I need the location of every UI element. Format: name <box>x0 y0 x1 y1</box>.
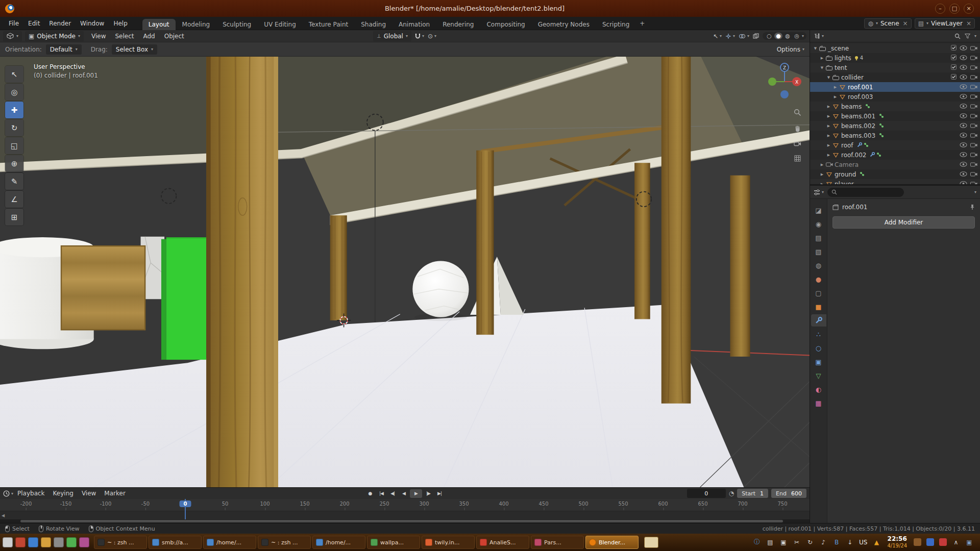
properties-tab-collection[interactable]: ▢ <box>811 287 826 299</box>
properties-tab-world[interactable]: ● <box>811 273 826 285</box>
measure-tool-button[interactable]: ∠ <box>5 191 23 208</box>
checkbox-toggle[interactable] <box>951 45 957 52</box>
properties-editor-type-button[interactable]: ▾ <box>814 189 824 195</box>
outliner-row-beams[interactable]: ▶beams <box>810 102 980 111</box>
eye-toggle[interactable] <box>960 113 967 120</box>
taskbar-window-home-2[interactable]: /home/... <box>203 536 256 549</box>
remove-viewlayer-icon[interactable]: × <box>966 20 971 27</box>
eye-toggle[interactable] <box>960 74 967 81</box>
properties-tab-view-layer[interactable]: ▧ <box>811 245 826 258</box>
expand-tray-icon[interactable]: ∧ <box>952 538 960 547</box>
gizmos-toggle[interactable]: ▾ <box>725 33 735 39</box>
camera-toggle[interactable] <box>970 113 977 120</box>
expand-arrow-icon[interactable]: ▶ <box>819 172 825 177</box>
next-keyframe-button[interactable]: |▶ <box>423 489 433 498</box>
timeline-menu-marker[interactable]: Marker <box>100 489 129 497</box>
viewlayer-selector[interactable]: ▤▾ ViewLayer × <box>915 18 975 29</box>
viewport-menu-add[interactable]: Add <box>138 32 159 41</box>
properties-tab-output[interactable]: ▤ <box>811 232 826 244</box>
3d-viewport[interactable]: User Perspective (0) collider | roof.001… <box>0 57 810 487</box>
scene-selector[interactable]: ◍▾ Scene × <box>864 18 911 29</box>
camera-toggle[interactable] <box>970 132 977 139</box>
expand-arrow-icon[interactable]: ▼ <box>819 66 825 70</box>
frame-end-field[interactable]: End 600 <box>771 489 806 498</box>
taskbar-window-wallpa-5[interactable]: wallpa... <box>367 536 420 549</box>
camera-toggle[interactable] <box>970 84 977 91</box>
timeline-track[interactable] <box>0 511 810 519</box>
outliner-row-player[interactable]: ▶player <box>810 179 980 184</box>
properties-tab-constraints[interactable]: ▣ <box>811 356 826 368</box>
tab-rendering[interactable]: Rendering <box>436 19 480 30</box>
timeline-editor-type-button[interactable]: ▾ <box>3 490 13 497</box>
timeline-ruler[interactable]: -200-150-100-500501001502002503003504004… <box>0 499 810 511</box>
scale-tool-button[interactable]: ◱ <box>5 137 23 154</box>
tab-geometry-nodes[interactable]: Geometry Nodes <box>532 19 596 30</box>
properties-tab-render[interactable]: ◉ <box>811 218 826 230</box>
camera-toggle[interactable] <box>970 103 977 110</box>
menu-render[interactable]: Render <box>44 19 76 28</box>
maximize-button[interactable]: □ <box>949 4 960 14</box>
options-dropdown[interactable]: Options ▾ <box>777 46 804 53</box>
drag-dropdown[interactable]: Select Box ▾ <box>112 44 157 55</box>
taskbar-window-twily-in-6[interactable]: twily.in... <box>422 536 475 549</box>
outliner-row-roof-003[interactable]: ▶roof.003 <box>810 92 980 102</box>
outliner-row-roof-002[interactable]: ▶roof.002 <box>810 150 980 160</box>
filter-icon[interactable] <box>965 34 970 39</box>
display-tray-icon[interactable]: ▣ <box>779 538 788 547</box>
camera-toggle[interactable] <box>970 74 977 81</box>
cursor-tool-button[interactable]: ◎ <box>5 84 23 101</box>
eye-toggle[interactable] <box>960 64 967 71</box>
eye-toggle[interactable] <box>960 84 967 91</box>
timeline-menu-playback[interactable]: Playback <box>13 489 49 497</box>
annotate-tool-button[interactable]: ✎ <box>5 173 23 190</box>
properties-tab-object[interactable]: ■ <box>811 300 826 313</box>
camera-toggle[interactable] <box>970 161 977 168</box>
outliner-row-beams-002[interactable]: ▶beams.002 <box>810 121 980 131</box>
properties-tab-modifiers[interactable] <box>811 314 826 327</box>
timeline-collapse-icon[interactable]: ◀ <box>2 513 5 518</box>
shading-wireframe-button[interactable]: ○ <box>765 33 773 39</box>
move-tool-button[interactable]: ✚ <box>5 102 23 118</box>
object-visibility-dropdown[interactable]: ↖▾ <box>713 33 722 40</box>
eye-toggle[interactable] <box>960 142 967 149</box>
taskbar-window-zsh-0[interactable]: ~ : zsh ... <box>94 536 147 549</box>
outliner-row-scene[interactable]: ▼_scene <box>810 43 980 53</box>
overlays-toggle[interactable]: ▾ <box>739 33 749 39</box>
chevron-down-icon[interactable]: ▾ <box>974 190 976 194</box>
eye-toggle[interactable] <box>960 152 967 159</box>
timeline-scrollbar-handle[interactable] <box>20 520 783 522</box>
camera-toggle[interactable] <box>970 93 977 101</box>
close-button[interactable]: × <box>964 4 974 14</box>
updates-tray-icon[interactable]: ↻ <box>806 538 814 547</box>
warning-tray-icon[interactable]: ▲ <box>872 538 880 547</box>
screenshot-tray-icon[interactable]: ✂ <box>793 538 801 547</box>
expand-arrow-icon[interactable]: ▶ <box>825 114 832 118</box>
app-blue-tray-icon[interactable] <box>926 538 934 546</box>
unlink-scene-icon[interactable]: × <box>903 20 908 27</box>
play-reverse-button[interactable]: ◀ <box>399 489 409 498</box>
expand-arrow-icon[interactable]: ▼ <box>825 76 832 80</box>
mode-dropdown[interactable]: ▣ Object Mode ▾ <box>25 31 84 41</box>
editor-type-button[interactable]: ▾ <box>3 31 22 41</box>
shading-rendered-button[interactable]: ◎ <box>793 33 801 39</box>
eye-toggle[interactable] <box>960 161 967 168</box>
tab-sculpting[interactable]: Sculpting <box>216 19 257 30</box>
camera-toggle[interactable] <box>970 142 977 149</box>
camera-toggle[interactable] <box>970 122 977 130</box>
snapping-toggle[interactable]: ▾ <box>415 33 424 39</box>
outliner-row-camera[interactable]: ▶Camera <box>810 160 980 169</box>
properties-tab-physics[interactable]: ○ <box>811 342 826 354</box>
timeline-scrollbar[interactable] <box>0 519 810 523</box>
outliner-row-collider[interactable]: ▼collider <box>810 72 980 82</box>
outliner-row-beams-001[interactable]: ▶beams.001 <box>810 111 980 121</box>
properties-tab-scene[interactable]: ◍ <box>811 259 826 271</box>
current-frame-field[interactable]: 0 <box>687 489 726 498</box>
checkbox-toggle[interactable] <box>951 74 957 81</box>
search-icon[interactable] <box>954 33 961 39</box>
properties-tab-object-data[interactable]: ▽ <box>811 369 826 382</box>
expand-arrow-icon[interactable]: ▶ <box>825 153 832 157</box>
expand-arrow-icon[interactable]: ▶ <box>825 134 832 138</box>
eye-toggle[interactable] <box>960 132 967 139</box>
launcher-5-icon[interactable] <box>54 537 64 547</box>
pin-icon[interactable] <box>970 204 975 210</box>
